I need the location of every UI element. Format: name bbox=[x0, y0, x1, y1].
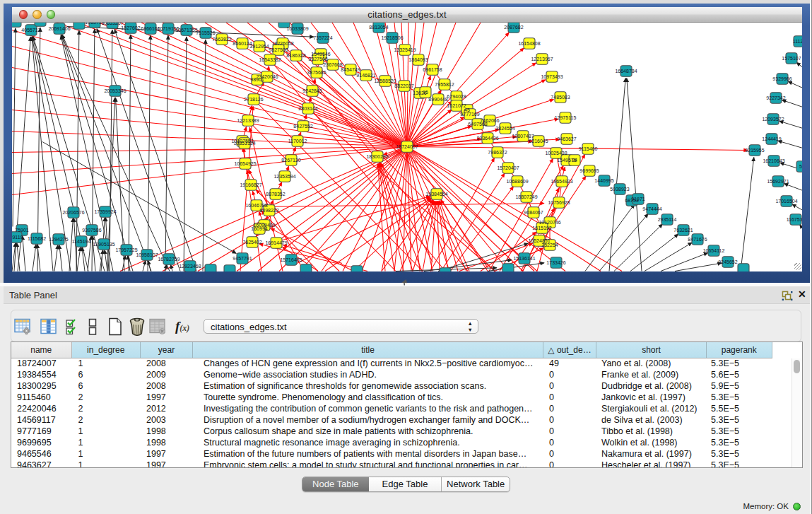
svg-text:1615192: 1615192 bbox=[532, 226, 551, 230]
svg-text:7515526: 7515526 bbox=[196, 30, 215, 35]
svg-text:9827506: 9827506 bbox=[269, 47, 288, 52]
svg-text:10654112: 10654112 bbox=[703, 248, 725, 253]
svg-text:20206576: 20206576 bbox=[62, 210, 84, 215]
svg-text:1864093: 1864093 bbox=[408, 57, 428, 62]
svg-text:1549546: 1549546 bbox=[311, 52, 330, 57]
svg-text:20691406: 20691406 bbox=[48, 26, 70, 31]
svg-text:2718126: 2718126 bbox=[244, 97, 263, 102]
svg-text:13325419: 13325419 bbox=[394, 47, 416, 52]
svg-text:10653267: 10653267 bbox=[101, 23, 123, 25]
svg-text:15720407: 15720407 bbox=[497, 165, 519, 170]
svg-text:9115460: 9115460 bbox=[579, 146, 598, 151]
svg-text:19218506: 19218506 bbox=[381, 35, 403, 40]
svg-text:8822037: 8822037 bbox=[394, 83, 413, 88]
svg-text:12213389: 12213389 bbox=[237, 118, 259, 123]
svg-text:10671355: 10671355 bbox=[175, 28, 197, 33]
svg-text:10654925: 10654925 bbox=[234, 161, 256, 166]
svg-text:23420046: 23420046 bbox=[256, 74, 278, 79]
svg-text:15692971: 15692971 bbox=[767, 179, 789, 184]
svg-text:12975115: 12975115 bbox=[555, 115, 577, 120]
svg-text:9242845: 9242845 bbox=[302, 88, 322, 93]
svg-text:3912954: 3912954 bbox=[249, 44, 269, 49]
svg-text:6794028: 6794028 bbox=[447, 94, 466, 99]
svg-text:10688609: 10688609 bbox=[506, 179, 528, 184]
svg-text:17957225: 17957225 bbox=[115, 247, 137, 252]
svg-text:9397586: 9397586 bbox=[82, 228, 101, 233]
svg-text:7485083: 7485083 bbox=[551, 95, 570, 100]
svg-text:94: 94 bbox=[572, 158, 577, 163]
svg-text:2803144: 2803144 bbox=[298, 106, 317, 111]
svg-text:1575107: 1575107 bbox=[782, 56, 801, 61]
svg-text:6961758: 6961758 bbox=[423, 67, 442, 72]
svg-text:8186328: 8186328 bbox=[286, 53, 305, 58]
svg-text:17016504: 17016504 bbox=[775, 199, 797, 204]
svg-text:3824554: 3824554 bbox=[495, 126, 514, 131]
svg-text:12093572: 12093572 bbox=[762, 117, 784, 122]
svg-text:9329966: 9329966 bbox=[772, 76, 792, 81]
svg-text:10973493: 10973493 bbox=[541, 74, 563, 79]
svg-text:17359924: 17359924 bbox=[94, 209, 116, 214]
svg-text:8454749: 8454749 bbox=[341, 67, 360, 72]
svg-text:16210643: 16210643 bbox=[763, 158, 784, 163]
svg-text:1440995: 1440995 bbox=[594, 178, 613, 183]
svg-text:10120746: 10120746 bbox=[539, 220, 560, 225]
svg-text:1294275: 1294275 bbox=[49, 237, 68, 242]
svg-text:9227342: 9227342 bbox=[766, 95, 785, 100]
svg-text:1621072: 1621072 bbox=[447, 103, 466, 108]
svg-text:7663822: 7663822 bbox=[212, 37, 231, 42]
svg-text:5938923: 5938923 bbox=[610, 187, 629, 192]
svg-text:10807487: 10807487 bbox=[512, 134, 534, 139]
svg-text:75901: 75901 bbox=[15, 228, 29, 233]
svg-text:9245652: 9245652 bbox=[718, 259, 737, 264]
svg-text:15716485: 15716485 bbox=[280, 257, 302, 262]
svg-text:12905135: 12905135 bbox=[93, 242, 114, 247]
svg-text:1170012: 1170012 bbox=[288, 139, 307, 144]
svg-text:91971: 91971 bbox=[631, 197, 645, 201]
svg-text:9474444: 9474444 bbox=[642, 206, 661, 211]
svg-text:16154808: 16154808 bbox=[518, 41, 540, 46]
svg-text:11123: 11123 bbox=[793, 39, 802, 44]
svg-text:16648784: 16648784 bbox=[615, 69, 637, 74]
svg-text:9084067: 9084067 bbox=[524, 210, 543, 215]
svg-text:2935114: 2935114 bbox=[658, 217, 677, 222]
svg-text:1115682: 1115682 bbox=[28, 236, 46, 241]
svg-text:12213967: 12213967 bbox=[531, 57, 553, 62]
svg-text:2367608: 2367608 bbox=[323, 62, 342, 67]
svg-text:9146821: 9146821 bbox=[356, 73, 375, 78]
svg-text:9777169: 9777169 bbox=[460, 112, 479, 117]
svg-text:6497568: 6497568 bbox=[468, 122, 487, 127]
svg-text:10756928: 10756928 bbox=[548, 200, 570, 205]
svg-text:18724007: 18724007 bbox=[396, 144, 418, 149]
svg-text:10958107: 10958107 bbox=[136, 252, 158, 257]
svg-text:9463627: 9463627 bbox=[557, 136, 576, 141]
svg-text:9327508: 9327508 bbox=[308, 57, 327, 62]
svg-text:7986372: 7986372 bbox=[488, 150, 507, 155]
svg-text:12353594: 12353594 bbox=[273, 174, 295, 179]
svg-text:1145194: 1145194 bbox=[72, 239, 91, 244]
svg-text:19384554: 19384554 bbox=[425, 192, 447, 197]
svg-text:8813054: 8813054 bbox=[369, 25, 388, 30]
svg-text:7625402: 7625402 bbox=[242, 240, 261, 245]
svg-text:6216045: 6216045 bbox=[529, 139, 548, 144]
svg-text:15: 15 bbox=[423, 90, 428, 95]
svg-text:160994: 160994 bbox=[251, 226, 267, 231]
svg-text:7632621: 7632621 bbox=[673, 228, 693, 233]
svg-text:8427552: 8427552 bbox=[293, 124, 312, 129]
svg-text:10025438: 10025438 bbox=[545, 151, 567, 156]
svg-text:1527602: 1527602 bbox=[121, 25, 140, 30]
svg-text:20364436: 20364436 bbox=[476, 136, 498, 141]
svg-text:12923468: 12923468 bbox=[179, 264, 201, 269]
svg-text:19166827: 19166827 bbox=[240, 182, 261, 187]
svg-text:3875685: 3875685 bbox=[307, 70, 326, 75]
svg-text:16914479: 16914479 bbox=[265, 240, 287, 245]
svg-text:18226058: 18226058 bbox=[271, 41, 293, 46]
svg-text:8878352: 8878352 bbox=[266, 192, 285, 197]
svg-text:39119: 39119 bbox=[12, 235, 23, 240]
svg-text:4055712: 4055712 bbox=[21, 28, 40, 33]
svg-text:16782759: 16782759 bbox=[158, 257, 180, 262]
svg-text:18807249: 18807249 bbox=[515, 194, 537, 199]
svg-text:1244419: 1244419 bbox=[762, 136, 781, 141]
svg-text:20053346: 20053346 bbox=[104, 88, 126, 93]
svg-text:16033809: 16033809 bbox=[286, 26, 308, 31]
svg-text:10353134: 10353134 bbox=[233, 141, 255, 146]
